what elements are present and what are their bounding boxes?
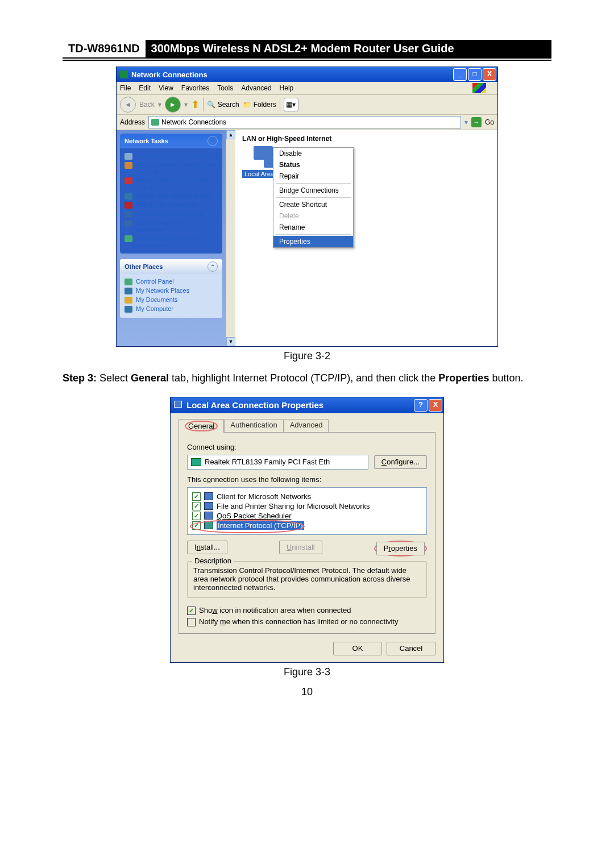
highlight-ring: Properties bbox=[374, 541, 427, 556]
ok-button[interactable]: OK bbox=[333, 642, 382, 655]
menu-advanced[interactable]: Advanced bbox=[241, 84, 271, 92]
app-icon bbox=[120, 70, 128, 78]
figure-caption: Figure 3-3 bbox=[63, 666, 551, 678]
collapse-icon[interactable]: ⌃ bbox=[208, 136, 218, 146]
list-item[interactable]: ✓QoS Packet Scheduler bbox=[192, 512, 422, 520]
separator bbox=[280, 98, 280, 111]
description-text: Transmission Control Protocol/Internet P… bbox=[193, 566, 421, 592]
menu-favorites[interactable]: Favorites bbox=[181, 84, 209, 92]
description-group: Description Transmission Control Protoco… bbox=[187, 561, 427, 598]
search-button[interactable]: 🔍Search bbox=[207, 101, 239, 109]
tab-general[interactable]: General bbox=[179, 419, 224, 433]
doc-title: 300Mbps Wireless N ADSL2+ Modem Router U… bbox=[146, 40, 551, 57]
list-item[interactable]: ✓Client for Microsoft Networks bbox=[192, 492, 422, 501]
dialog-titlebar: Local Area Connection Properties ? X bbox=[171, 397, 443, 413]
ctx-bridge[interactable]: Bridge Connections bbox=[273, 185, 353, 196]
address-icon bbox=[151, 119, 159, 126]
ctx-rename[interactable]: Rename bbox=[273, 222, 353, 233]
menu-edit[interactable]: Edit bbox=[139, 84, 151, 92]
ctx-repair[interactable]: Repair bbox=[273, 171, 353, 182]
ctx-status[interactable]: Status bbox=[273, 159, 353, 171]
properties-button[interactable]: Properties bbox=[376, 542, 425, 555]
configure-button[interactable]: Configure... bbox=[374, 455, 427, 469]
figure-caption: Figure 3-2 bbox=[63, 350, 551, 362]
show-icon-checkbox[interactable]: ✓Show icon in notification area when con… bbox=[187, 606, 427, 615]
components-list: ✓Client for Microsoft Networks ✓File and… bbox=[187, 487, 427, 535]
step-3-text: Step 3: Select General tab, highlight In… bbox=[63, 370, 551, 387]
lan-properties-dialog: Local Area Connection Properties ? X Gen… bbox=[170, 397, 444, 663]
task-item[interactable]: Change settings of this connection bbox=[125, 235, 218, 248]
other-places-panel: Other Places⌃ Control Panel My Network P… bbox=[120, 259, 222, 318]
adapter-field: Realtek RTL8139 Family PCI Fast Eth bbox=[187, 455, 368, 470]
cancel-button[interactable]: Cancel bbox=[387, 642, 435, 655]
scrollbar[interactable]: ▲▼ bbox=[226, 130, 235, 346]
close-button[interactable]: X bbox=[429, 399, 442, 412]
context-menu: Disable Status Repair Bridge Connections… bbox=[273, 147, 354, 248]
task-item[interactable]: Create a new connection bbox=[125, 152, 218, 160]
separator bbox=[203, 98, 204, 111]
toolbar: ◄ Back ▾ ► ▾ ⬆ 🔍Search 📁Folders ▦▾ bbox=[117, 95, 497, 115]
go-button[interactable]: → bbox=[471, 117, 482, 127]
service-icon bbox=[204, 502, 213, 510]
close-button[interactable]: X bbox=[483, 68, 496, 81]
tab-authentication[interactable]: Authentication bbox=[224, 419, 283, 433]
window-title: Network Connections bbox=[131, 70, 452, 79]
page-number: 10 bbox=[63, 686, 551, 698]
back-label: Back bbox=[139, 101, 155, 109]
content-area: LAN or High-Speed Internet Local Area Co… bbox=[235, 130, 497, 346]
menu-file[interactable]: File bbox=[120, 84, 131, 92]
collapse-icon[interactable]: ⌃ bbox=[208, 261, 218, 272]
notify-checkbox[interactable]: Notify me when this connection has limit… bbox=[187, 617, 427, 626]
place-item[interactable]: My Documents bbox=[125, 296, 218, 304]
list-item-tcpip[interactable]: ✓Internet Protocol (TCP/IP) bbox=[192, 521, 422, 530]
menu-bar: File Edit View Favorites Tools Advanced … bbox=[117, 82, 497, 95]
menu-view[interactable]: View bbox=[159, 84, 173, 92]
address-label: Address bbox=[120, 118, 145, 126]
task-item[interactable]: Repair this connection bbox=[125, 201, 218, 209]
help-button[interactable]: ? bbox=[414, 399, 428, 412]
menu-help[interactable]: Help bbox=[280, 84, 294, 92]
protocol-icon bbox=[204, 521, 213, 529]
connect-using-label: Connect using: bbox=[187, 443, 427, 451]
task-item[interactable]: Change Windows Firewall settings bbox=[125, 177, 218, 190]
place-item[interactable]: Control Panel bbox=[125, 278, 218, 285]
tasks-sidebar: Network Tasks⌃ Create a new connection S… bbox=[117, 130, 226, 346]
task-item[interactable]: Set up a home or small office network bbox=[125, 161, 218, 175]
view-button[interactable]: ▦▾ bbox=[284, 98, 298, 111]
dialog-title: Local Area Connection Properties bbox=[186, 400, 413, 410]
uninstall-button: Uninstall bbox=[279, 541, 322, 554]
ctx-shortcut[interactable]: Create Shortcut bbox=[273, 199, 353, 210]
titlebar: Network Connections _ □ X bbox=[117, 67, 497, 82]
ctx-disable[interactable]: Disable bbox=[273, 148, 353, 159]
ctx-delete: Delete bbox=[273, 210, 353, 222]
task-item[interactable]: Rename this connection bbox=[125, 210, 218, 218]
up-folder-icon[interactable]: ⬆ bbox=[191, 98, 200, 111]
service-icon bbox=[204, 492, 213, 500]
minimize-button[interactable]: _ bbox=[453, 68, 467, 81]
place-item[interactable]: My Computer bbox=[125, 305, 218, 313]
back-button[interactable]: ◄ bbox=[120, 97, 136, 113]
service-icon bbox=[204, 512, 213, 520]
section-label: LAN or High-Speed Internet bbox=[242, 135, 491, 143]
windows-flag-icon bbox=[472, 83, 486, 93]
place-item[interactable]: My Network Places bbox=[125, 287, 218, 294]
list-item[interactable]: ✓File and Printer Sharing for Microsoft … bbox=[192, 502, 422, 510]
menu-tools[interactable]: Tools bbox=[217, 84, 233, 92]
install-button[interactable]: Install... bbox=[187, 541, 227, 554]
uses-items-label: This connection uses the following items… bbox=[187, 475, 427, 484]
task-item[interactable]: Disable this network device bbox=[125, 192, 218, 200]
maximize-button[interactable]: □ bbox=[468, 68, 482, 81]
address-input[interactable]: Network Connections bbox=[148, 116, 461, 128]
forward-button[interactable]: ► bbox=[165, 97, 181, 113]
tab-advanced[interactable]: Advanced bbox=[284, 419, 329, 433]
description-label: Description bbox=[192, 556, 234, 565]
address-bar: Address Network Connections ▾ → Go bbox=[117, 115, 497, 130]
ctx-properties[interactable]: Properties bbox=[273, 236, 353, 247]
separator bbox=[276, 183, 351, 184]
dialog-icon bbox=[174, 401, 183, 410]
divider bbox=[63, 60, 551, 61]
task-item[interactable]: View status of this connection bbox=[125, 219, 218, 233]
folders-button[interactable]: 📁Folders bbox=[243, 101, 276, 109]
separator bbox=[276, 197, 351, 198]
network-tasks-panel: Network Tasks⌃ Create a new connection S… bbox=[120, 134, 222, 254]
